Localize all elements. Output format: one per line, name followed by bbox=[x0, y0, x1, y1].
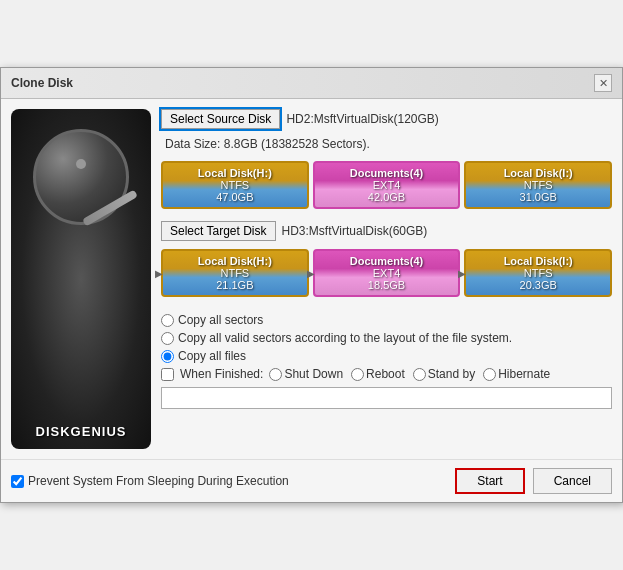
source-slot-3-size: 31.0GB bbox=[468, 191, 608, 203]
copy-all-files-radio[interactable] bbox=[161, 350, 174, 363]
start-button[interactable]: Start bbox=[455, 468, 524, 494]
target-slot-3[interactable]: ▶ Local Disk(I:) NTFS 20.3GB bbox=[464, 249, 612, 297]
disk-arm bbox=[82, 190, 138, 227]
copy-all-sectors-radio[interactable] bbox=[161, 314, 174, 327]
shutdown-label: Shut Down bbox=[284, 367, 343, 381]
bottom-buttons: Start Cancel bbox=[455, 468, 612, 494]
copy-valid-sectors-radio[interactable] bbox=[161, 332, 174, 345]
options-section: Copy all sectors Copy all valid sectors … bbox=[161, 313, 612, 415]
shutdown-radio[interactable] bbox=[269, 368, 282, 381]
target-disk-name: HD3:MsftVirtualDisk(60GB) bbox=[282, 224, 613, 238]
arrow-icon-2: ▶ bbox=[307, 268, 315, 279]
reboot-label: Reboot bbox=[366, 367, 405, 381]
source-section-header: Select Source Disk HD2:MsftVirtualDisk(1… bbox=[161, 109, 612, 129]
copy-valid-sectors-label: Copy all valid sectors according to the … bbox=[178, 331, 512, 345]
when-finished-row: When Finished: Shut Down Reboot Stand bbox=[161, 367, 612, 381]
source-slot-1-size: 47.0GB bbox=[165, 191, 305, 203]
source-disk-slots: Local Disk(H:) NTFS 47.0GB Documents(4) … bbox=[161, 161, 612, 209]
command-input[interactable] bbox=[161, 387, 612, 409]
hibernate-option: Hibernate bbox=[483, 367, 550, 381]
target-slot-3-size: 20.3GB bbox=[468, 279, 608, 291]
standby-label: Stand by bbox=[428, 367, 475, 381]
prevent-sleep-checkbox[interactable] bbox=[11, 475, 24, 488]
target-slot-2-fs: EXT4 bbox=[317, 267, 457, 279]
source-slot-3[interactable]: Local Disk(I:) NTFS 31.0GB bbox=[464, 161, 612, 209]
target-slot-2-name: Documents(4) bbox=[317, 255, 457, 267]
standby-radio[interactable] bbox=[413, 368, 426, 381]
title-bar: Clone Disk ✕ bbox=[1, 68, 622, 99]
when-finished-checkbox[interactable] bbox=[161, 368, 174, 381]
target-slot-1-size: 21.1GB bbox=[165, 279, 305, 291]
bottom-bar: Prevent System From Sleeping During Exec… bbox=[1, 459, 622, 502]
hibernate-label: Hibernate bbox=[498, 367, 550, 381]
target-slot-3-name: Local Disk(I:) bbox=[468, 255, 608, 267]
data-size-label: Data Size: bbox=[165, 137, 220, 151]
copy-all-files-row: Copy all files bbox=[161, 349, 612, 363]
copy-all-sectors-row: Copy all sectors bbox=[161, 313, 612, 327]
source-slot-3-name: Local Disk(I:) bbox=[468, 167, 608, 179]
target-disk-slots: ▶ Local Disk(H:) NTFS 21.1GB ▶ Documents… bbox=[161, 249, 612, 297]
copy-all-sectors-label: Copy all sectors bbox=[178, 313, 263, 327]
reboot-option: Reboot bbox=[351, 367, 405, 381]
right-panel: Select Source Disk HD2:MsftVirtualDisk(1… bbox=[161, 109, 612, 449]
target-slot-1[interactable]: ▶ Local Disk(H:) NTFS 21.1GB bbox=[161, 249, 309, 297]
when-finished-options: Shut Down Reboot Stand by Hibernate bbox=[269, 367, 550, 381]
disk-image: DISKGENIUS bbox=[11, 109, 151, 449]
standby-option: Stand by bbox=[413, 367, 475, 381]
select-target-button[interactable]: Select Target Disk bbox=[161, 221, 276, 241]
window-title: Clone Disk bbox=[11, 76, 73, 90]
copy-valid-sectors-row: Copy all valid sectors according to the … bbox=[161, 331, 612, 345]
target-slot-1-fs: NTFS bbox=[165, 267, 305, 279]
close-button[interactable]: ✕ bbox=[594, 74, 612, 92]
shutdown-option: Shut Down bbox=[269, 367, 343, 381]
target-slot-2[interactable]: ▶ Documents(4) EXT4 18.5GB bbox=[313, 249, 461, 297]
copy-all-files-label: Copy all files bbox=[178, 349, 246, 363]
clone-disk-window: Clone Disk ✕ DISKGENIUS Select Source Di… bbox=[0, 67, 623, 503]
cancel-button[interactable]: Cancel bbox=[533, 468, 612, 494]
source-slot-1-name: Local Disk(H:) bbox=[165, 167, 305, 179]
target-slot-1-name: Local Disk(H:) bbox=[165, 255, 305, 267]
source-slot-2[interactable]: Documents(4) EXT4 42.0GB bbox=[313, 161, 461, 209]
data-size-row: Data Size: 8.8GB (18382528 Sectors). bbox=[161, 137, 612, 151]
source-disk-name: HD2:MsftVirtualDisk(120GB) bbox=[286, 112, 612, 126]
select-source-button[interactable]: Select Source Disk bbox=[161, 109, 280, 129]
arrow-icon-3: ▶ bbox=[458, 268, 466, 279]
source-slot-1[interactable]: Local Disk(H:) NTFS 47.0GB bbox=[161, 161, 309, 209]
source-slot-3-fs: NTFS bbox=[468, 179, 608, 191]
disk-brand-label: DISKGENIUS bbox=[36, 424, 127, 439]
hibernate-radio[interactable] bbox=[483, 368, 496, 381]
source-slot-2-fs: EXT4 bbox=[317, 179, 457, 191]
source-slot-2-size: 42.0GB bbox=[317, 191, 457, 203]
source-slot-2-name: Documents(4) bbox=[317, 167, 457, 179]
main-content: DISKGENIUS Select Source Disk HD2:MsftVi… bbox=[1, 99, 622, 459]
prevent-sleep-label: Prevent System From Sleeping During Exec… bbox=[28, 474, 289, 488]
target-slot-2-size: 18.5GB bbox=[317, 279, 457, 291]
target-section-header: Select Target Disk HD3:MsftVirtualDisk(6… bbox=[161, 221, 612, 241]
left-panel: DISKGENIUS bbox=[11, 109, 151, 449]
data-size-value: 8.8GB (18382528 Sectors). bbox=[224, 137, 370, 151]
source-slot-1-fs: NTFS bbox=[165, 179, 305, 191]
when-finished-label: When Finished: bbox=[180, 367, 263, 381]
prevent-sleep-section: Prevent System From Sleeping During Exec… bbox=[11, 474, 289, 488]
reboot-radio[interactable] bbox=[351, 368, 364, 381]
target-slot-3-fs: NTFS bbox=[468, 267, 608, 279]
arrow-icon-1: ▶ bbox=[155, 268, 163, 279]
